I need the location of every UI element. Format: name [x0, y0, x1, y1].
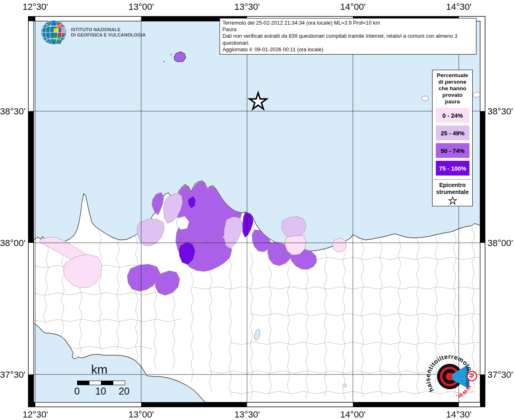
lat-label-right: 38°30' [488, 106, 515, 117]
lon-label-top: 13°00' [125, 2, 158, 12]
legend-title-line: che hanno [437, 85, 468, 92]
legend-items: 0 - 24% 25 - 49% 50 - 74% 75 - 100% [436, 108, 469, 176]
lat-label-left: 38°30' [0, 106, 27, 117]
data-disclaimer: Dati non verificati estratti da 839 ques… [222, 33, 474, 46]
legend-item-0-24: 0 - 24% [436, 108, 469, 123]
lat-label-left: 37°30' [0, 370, 27, 380]
lon-label-top: 14°00' [336, 2, 369, 12]
legend-title: Percentuale di persone che hanno provato… [437, 72, 468, 105]
scale-segment [78, 381, 89, 385]
lon-label-top: 12°30' [19, 2, 52, 12]
legend-item-label: 25 - 49% [440, 130, 464, 137]
lon-label-top: 13°30' [231, 2, 263, 12]
legend-separator [435, 179, 471, 180]
small-island [422, 96, 428, 101]
scale-tick-label: 0 [74, 386, 80, 397]
legend-title-line: paura [437, 98, 468, 105]
lon-label-bottom: 13°00' [125, 409, 158, 420]
scale-bar-segments [77, 381, 125, 385]
lon-label-bottom: 12°30' [19, 409, 52, 420]
haisentitoilterremoto-watermark: ? haisentitoilterremoto.it www. [417, 345, 486, 411]
ingv-org-line2: DI GEOFISICA E VULCANOLOGIA [71, 32, 146, 38]
scale-bar: km 0 10 20 [62, 363, 144, 399]
legend-item-75-100: 75 - 100% [436, 161, 469, 176]
scale-segment [113, 381, 125, 385]
epicenter-label-line: Epicentro [436, 182, 469, 189]
legend-item-label: 75 - 100% [439, 165, 466, 172]
lake [343, 384, 347, 387]
lon-label-bottom: 13°30' [231, 409, 263, 420]
epicenter-label-line: strumentale [436, 189, 469, 196]
islet-dot [164, 61, 165, 62]
legend-title-line: provato [437, 92, 468, 98]
event-title: Terremoto del 25-02-2012 21:34:34 (ora l… [222, 20, 474, 26]
legend-title-line: Percentuale [437, 72, 468, 79]
event-info-box: Terremoto del 25-02-2012 21:34:34 (ora l… [220, 18, 476, 55]
scale-tick-label: 10 [95, 386, 106, 397]
islet-dot [171, 54, 172, 55]
legend-item-50-74: 50 - 74% [436, 143, 469, 158]
legend-title-line: di persone [437, 79, 468, 85]
scale-segment [101, 381, 113, 385]
scale-unit-label: km [91, 363, 108, 377]
ingv-globe-icon [40, 19, 67, 46]
lon-label-top: 14°30' [442, 2, 475, 12]
update-timestamp: Aggiornato il: 09-01-2026 00:11 (ora loc… [222, 46, 474, 53]
epicenter-legend-label: Epicentro strumentale [436, 182, 469, 195]
map-theme-label: Paura [222, 26, 474, 33]
legend: Percentuale di persone che hanno provato… [432, 70, 473, 206]
lat-label-right: 38°00' [488, 238, 515, 249]
scale-segment [89, 381, 101, 385]
scale-tick-label: 20 [119, 386, 130, 397]
ingv-org-line1: ISTITUTO NAZIONALE [71, 27, 146, 33]
lat-label-left: 38°00' [0, 238, 27, 249]
legend-item-25-49: 25 - 49% [436, 126, 469, 140]
epicenter-star-icon [447, 196, 458, 206]
macroseismic-map-page: 12°30' 13°00' 13°30' 14°00' 14°30' 12°30… [0, 0, 515, 420]
legend-item-label: 50 - 74% [440, 148, 464, 154]
lon-label-bottom: 14°00' [336, 409, 369, 420]
ingv-org-name: ISTITUTO NAZIONALE DI GEOFISICA E VULCAN… [71, 27, 146, 38]
ingv-logo: ISTITUTO NAZIONALE DI GEOFISICA E VULCAN… [40, 19, 146, 46]
legend-item-label: 0 - 24% [442, 112, 463, 119]
lat-label-right: 37°30' [488, 370, 515, 380]
